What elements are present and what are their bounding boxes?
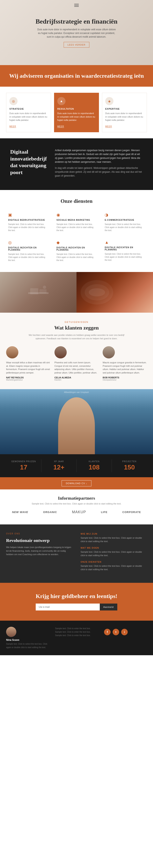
- services-grid: ▣ DIGITALE BEDRIJFSSTRATEGIE Sample text…: [6, 210, 147, 264]
- cards-section: ◎ STRATEGIE Duis aute irure dolor in rep…: [0, 87, 153, 138]
- celia-avatar: [54, 346, 67, 359]
- nat-name: NAT REYNOLDS: [6, 376, 50, 379]
- footer-person-col: Nina Scavo Sample text. Click to select …: [6, 627, 49, 649]
- testimonials-grid: Waar exceptt tellus a diam maximas elit …: [6, 346, 147, 381]
- partner-makup: Makup: [72, 510, 86, 514]
- service-title-2: SOCIALE MEDIA MARKETING: [56, 219, 97, 221]
- nat-testimonial-text: Waar exceptt tellus a diam maximas elit …: [6, 361, 50, 374]
- footer: Nina Scavo Sample text. Click to select …: [0, 621, 153, 655]
- nina-avatar-img: [6, 627, 16, 637]
- service-title-5: DIGITALE INZICHTEN EN PLANNING: [56, 247, 97, 251]
- cta-section: Krijg hier geldbeheer en leentips! Aanme…: [0, 583, 153, 621]
- photo-caption: Afbeeldingen van Unsplash: [64, 391, 89, 394]
- about-wie-title: Wie wij zijn: [81, 532, 147, 535]
- stats-bar: GEWONNEN PRIJZEN 17 XP JAAR 12+ KLANTEN …: [0, 454, 153, 477]
- card-expertise-text: Duis aute irure dolor in reprehenderit i…: [105, 112, 144, 122]
- about-text: We helpen lokale maar (non-)profitorgani…: [6, 546, 72, 556]
- footer-link-2[interactable]: Sample text. Click to enter the text box…: [55, 630, 98, 634]
- service-text-5: Sample text. Click to select the text bo…: [56, 253, 97, 262]
- about-wat-title: Wat we doen: [81, 547, 147, 549]
- card-strategie-title: STRATEGIE: [9, 107, 48, 110]
- services-section: Onze diensten ▣ DIGITALE BEDRIJFSSTRATEG…: [0, 190, 153, 272]
- service-text-4: Sample text. Click to select the text bo…: [8, 253, 48, 262]
- footer-link-1[interactable]: Sample text. Click to enter the text box…: [55, 627, 98, 630]
- service-icon-1: ▣: [8, 212, 48, 217]
- cta-title: Krijg hier geldbeheer en leentips!: [8, 593, 145, 599]
- celia-avatar-img: [54, 346, 67, 359]
- service-text-6: Sample text. Click to select the text bo…: [105, 252, 145, 261]
- service-icon-5: ◆: [56, 240, 97, 245]
- about-wie-text: Sample text. Click to select the text bo…: [81, 536, 147, 543]
- card-resultaten-link[interactable]: MEER: [57, 125, 64, 128]
- partners-logos: NEW WAVE ORGANIC Makup Life CORPORATE: [6, 510, 147, 514]
- cta-form: Aanmeld: [36, 603, 117, 611]
- hero-content: Bedrijfsstrategie en financiën Duis aute…: [31, 13, 122, 52]
- about-right: Wie wij zijn Sample text. Click to selec…: [81, 532, 147, 575]
- about-diensten-title: Onze diensten: [81, 561, 147, 563]
- innovation-title: Digitaal innovatiebedrijf dat vooruitgan…: [10, 149, 47, 176]
- service-item-1: ▣ DIGITALE BEDRIJFSSTRATEGIE Sample text…: [6, 210, 50, 234]
- testimonials-title: Wat klanten zeggen: [6, 325, 147, 331]
- card-expertise: ◈ EXPERTISE Duis aute irure dolor in rep…: [102, 93, 147, 132]
- partner-corporate: CORPORATE: [122, 510, 141, 514]
- instagram-icon[interactable]: i: [121, 629, 128, 635]
- cta-submit-button[interactable]: Aanmeld: [100, 603, 117, 611]
- bob-avatar-img: [103, 346, 115, 359]
- footer-person-desc: Sample text. Click to select the text bo…: [6, 642, 49, 649]
- woman-scene: [0, 389, 153, 454]
- card-expertise-link[interactable]: MEER: [105, 125, 112, 128]
- partners-title: Informatiepartners: [6, 496, 147, 501]
- testimonials-description: We hechten veel waarde aan positie relat…: [26, 333, 128, 340]
- woman-figure: [58, 397, 95, 454]
- stat-jaar: XP JAAR 12+: [42, 459, 77, 472]
- desk-scene: [0, 272, 76, 313]
- innovation-right: Artikel duidelijk aangenomen opgedaan be…: [55, 149, 143, 180]
- footer-social-col: f t i: [104, 627, 147, 649]
- card-resultaten-text: Duis aute irure dolor in reprehenderit i…: [57, 112, 96, 122]
- stat-jaar-number: 12+: [45, 464, 73, 471]
- facebook-icon[interactable]: f: [104, 629, 110, 635]
- cta-email-input[interactable]: [36, 603, 100, 611]
- nina-avatar: [6, 627, 16, 637]
- testimonial-celia: Pharetra sed colls num lorem ipsum. Cong…: [54, 346, 99, 381]
- service-title-1: DIGITALE BEDRIJFSSTRATEGIE: [8, 219, 48, 221]
- menu-hamburger[interactable]: [74, 3, 79, 7]
- download-button[interactable]: DOWNLOAD CV: [61, 480, 92, 486]
- twitter-icon[interactable]: t: [112, 629, 119, 635]
- about-left: OVER ONS Revolutionair ontwerp We helpen…: [6, 532, 72, 575]
- about-wat-text: Sample text. Click to select the text bo…: [81, 550, 147, 557]
- about-section: OVER ONS Revolutionair ontwerp We helpen…: [0, 524, 153, 583]
- orange-banner-section: Wij adviseren organisaties in waardecrea…: [0, 65, 153, 87]
- card-expertise-title: EXPERTISE: [105, 107, 144, 110]
- card-strategie-link[interactable]: MEER: [9, 125, 16, 128]
- strategie-icon: ◎: [9, 97, 18, 105]
- services-title: Onze diensten: [6, 198, 147, 204]
- svg-rect-1: [30, 288, 39, 294]
- innovation-left: Digitaal innovatiebedrijf dat vooruitgan…: [10, 149, 47, 179]
- read-more-button[interactable]: LEES VERDER: [63, 42, 90, 48]
- footer-person-name: Nina Scavo: [6, 639, 49, 641]
- partner-organic: ORGANIC: [43, 510, 57, 514]
- photo-stats-section: Afbeeldingen van Unsplash GEWONNEN PRIJZ…: [0, 389, 153, 490]
- footer-link-3[interactable]: Sample text. Click to enter the text box…: [55, 634, 98, 637]
- testimonial-nat: Waar exceptt tellus a diam maximas elit …: [6, 346, 50, 381]
- service-text-2: Sample text. Click to select the text bo…: [56, 223, 97, 232]
- stat-klanten-label: KLANTEN: [80, 460, 109, 463]
- download-bar: DOWNLOAD CV: [0, 477, 153, 490]
- card-resultaten-title: RESULTATEN: [57, 107, 96, 110]
- service-item-2: ◉ SOCIALE MEDIA MARKETING Sample text. C…: [54, 210, 99, 234]
- partners-section: Informatiepartners Sample text. Click to…: [0, 490, 153, 524]
- bob-role: Inkoopadviseur: [103, 379, 147, 381]
- stat-projecten-number: 150: [115, 464, 144, 471]
- nat-avatar-img: [6, 346, 18, 359]
- svg-point-3: [43, 286, 46, 289]
- service-text-3: Sample text. Click to select the text bo…: [105, 223, 145, 232]
- service-icon-2: ◉: [56, 212, 97, 217]
- partners-desc: Sample text. Click to select the text bo…: [6, 502, 147, 505]
- testimonials-section: GETUIGENISSEN Wat klanten zeggen We hech…: [0, 313, 153, 389]
- stat-klanten-number: 108: [80, 464, 109, 471]
- hero-section: Bedrijfsstrategie en financiën Duis aute…: [0, 0, 153, 65]
- nat-role: Marketingadviseur: [6, 379, 50, 381]
- service-icon-4: ◎: [8, 240, 48, 245]
- expertise-icon: ◈: [105, 97, 113, 105]
